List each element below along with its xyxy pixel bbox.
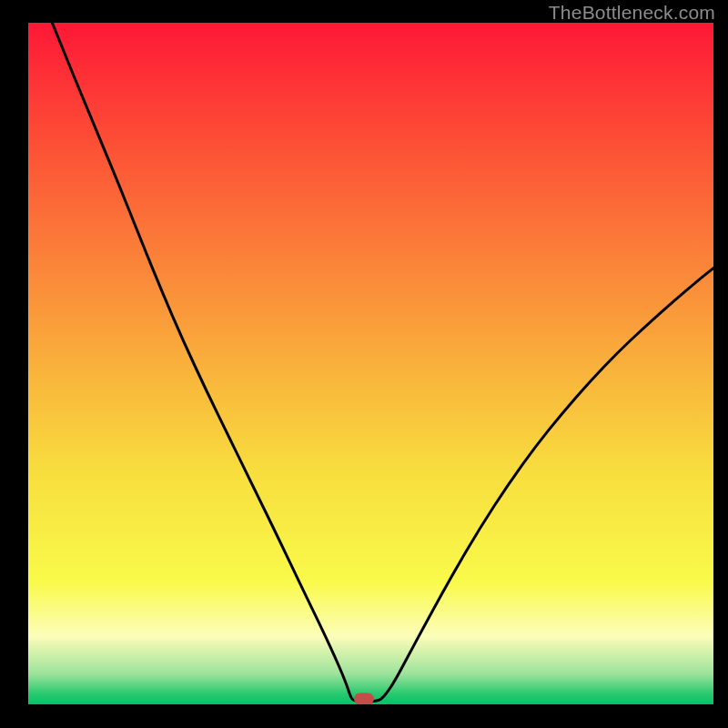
plot-area [28,23,713,704]
watermark-text: TheBottleneck.com [549,2,715,24]
chart-frame: TheBottleneck.com [0,0,728,728]
gradient-background [28,23,713,704]
plot-svg [28,23,713,704]
optimal-point-marker [354,693,374,705]
